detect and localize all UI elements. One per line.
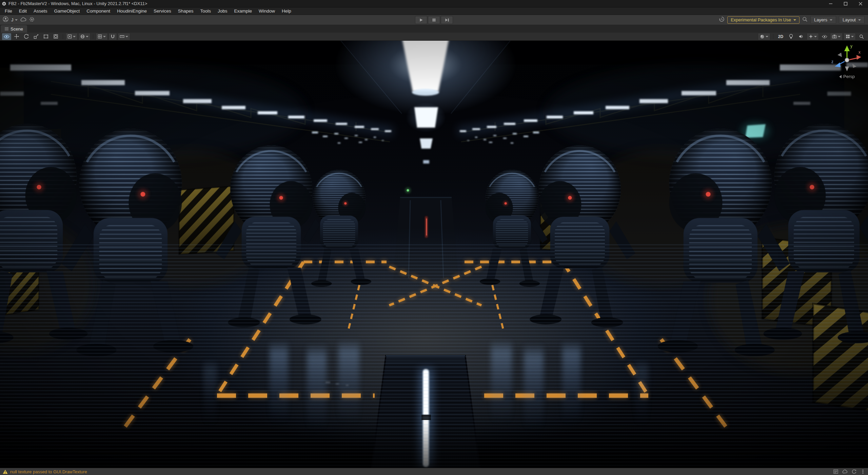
search-icon[interactable]	[802, 17, 808, 23]
move-tool-button[interactable]	[12, 33, 21, 40]
pane-menu-icon	[5, 27, 8, 31]
menu-dots-icon[interactable]	[861, 469, 865, 474]
chevron-down-icon	[15, 19, 18, 21]
rect-tool-button[interactable]	[41, 33, 51, 40]
increment-snap-dropdown[interactable]	[118, 33, 130, 40]
gizmos-grid-icon	[846, 34, 850, 39]
scene-visibility-toggle[interactable]	[820, 33, 829, 40]
handle-rotation-dropdown[interactable]	[78, 33, 91, 40]
lightbulb-icon	[789, 34, 793, 39]
close-button[interactable]	[853, 0, 868, 7]
layout-dropdown[interactable]: Layout	[839, 16, 865, 24]
menu-component[interactable]: Component	[83, 7, 114, 15]
axis-z-cone[interactable]	[835, 62, 841, 67]
scene-viewport[interactable]	[0, 41, 868, 468]
tab-strip: Scene	[0, 25, 868, 33]
menu-houdiniengine[interactable]: HoudiniEngine	[114, 7, 150, 15]
status-bar[interactable]: null texture passed to GUI.DrawTexture	[0, 468, 868, 475]
warning-icon	[3, 470, 8, 474]
scene-tab-label: Scene	[11, 26, 23, 32]
view-tool-button[interactable]	[2, 33, 11, 40]
account-icon[interactable]	[3, 16, 8, 23]
menu-help[interactable]: Help	[278, 7, 295, 15]
scene-view-toolbar: 2D	[0, 33, 868, 41]
divider	[93, 34, 93, 39]
avatar-dropdown[interactable]: J	[11, 17, 18, 22]
cloud-icon[interactable]	[20, 17, 26, 23]
gizmo-center-cube[interactable]	[845, 58, 849, 62]
refresh-icon[interactable]	[852, 469, 856, 474]
experimental-packages-badge[interactable]: Experimental Packages In Use	[727, 16, 800, 24]
minimize-button[interactable]	[823, 0, 838, 7]
menu-example[interactable]: Example	[231, 7, 256, 15]
lighting-toggle[interactable]	[786, 33, 795, 40]
camera-icon	[832, 35, 837, 38]
chevron-down-icon	[766, 36, 768, 37]
cloud-icon[interactable]	[842, 470, 848, 474]
grid-snap-dropdown[interactable]	[96, 33, 108, 40]
menu-gameobject[interactable]: GameObject	[51, 7, 83, 15]
chevron-down-icon	[86, 36, 88, 37]
chevron-down-icon	[73, 36, 76, 37]
services-icon[interactable]	[29, 17, 35, 23]
unity-logo-icon	[2, 1, 6, 6]
chevron-down-icon	[103, 36, 106, 37]
play-button[interactable]	[415, 16, 427, 24]
layers-label: Layers	[814, 17, 827, 22]
handle-position-dropdown[interactable]	[65, 33, 78, 40]
scene-search-button[interactable]	[857, 33, 866, 40]
grid-icon	[98, 34, 102, 39]
transform-icon	[53, 34, 58, 39]
transform-tool-button[interactable]	[51, 33, 60, 40]
axis-y-label: y	[850, 44, 852, 49]
maximize-button[interactable]	[838, 0, 853, 7]
window-title: FB2 - Fb2MasterV2 - Windows, Mac, Linux …	[8, 1, 147, 6]
move-icon	[14, 34, 19, 39]
projection-label: Persp	[843, 74, 855, 79]
2d-label: 2D	[777, 34, 785, 39]
eye-icon	[4, 35, 9, 39]
divider	[773, 34, 773, 39]
layers-dropdown[interactable]: Layers	[810, 16, 836, 24]
audio-toggle[interactable]	[796, 33, 806, 40]
menu-tools[interactable]: Tools	[197, 7, 215, 15]
menu-file[interactable]: File	[1, 7, 16, 15]
magnet-icon	[111, 34, 115, 39]
search-icon	[859, 34, 864, 39]
pause-button[interactable]	[428, 16, 440, 24]
axis-neg-z-cone[interactable]	[852, 64, 856, 68]
2d-toggle[interactable]: 2D	[776, 33, 785, 40]
menu-window[interactable]: Window	[255, 7, 278, 15]
menu-edit[interactable]: Edit	[16, 7, 30, 15]
effects-dropdown[interactable]	[807, 33, 819, 40]
chevron-down-icon	[851, 36, 854, 37]
rotate-tool-button[interactable]	[22, 33, 31, 40]
menu-services[interactable]: Services	[150, 7, 175, 15]
shading-mode-dropdown[interactable]	[758, 33, 770, 40]
pivot-icon	[67, 34, 72, 39]
rotate-icon	[24, 34, 29, 39]
step-button[interactable]	[441, 16, 453, 24]
scene-viewport-panel: y x z Persp	[0, 41, 868, 468]
scale-tool-button[interactable]	[32, 33, 41, 40]
speaker-icon	[799, 34, 804, 39]
camera-settings-dropdown[interactable]	[830, 33, 843, 40]
axis-neg-y-cone[interactable]	[845, 66, 849, 71]
console-icon[interactable]	[833, 469, 838, 474]
scene-orientation-gizmo: y x z Persp	[831, 42, 863, 79]
axis-x-cone[interactable]	[856, 55, 861, 60]
console-status-message[interactable]: null texture passed to GUI.DrawTexture	[10, 469, 87, 474]
toolbar-right-group: Experimental Packages In Use Layers Layo…	[719, 15, 865, 25]
avatar-initial: J	[11, 17, 14, 22]
axis-y-cone[interactable]	[844, 45, 850, 51]
gizmos-dropdown[interactable]	[844, 33, 856, 40]
projection-toggle[interactable]: Persp	[831, 74, 863, 79]
unity-editor-window: FB2 - Fb2MasterV2 - Windows, Mac, Linux …	[0, 0, 868, 475]
snap-toggle[interactable]	[108, 33, 117, 40]
axis-neg-x-cone[interactable]	[837, 53, 842, 57]
menu-jobs[interactable]: Jobs	[214, 7, 231, 15]
menu-shapes[interactable]: Shapes	[175, 7, 197, 15]
tab-scene[interactable]: Scene	[1, 25, 27, 33]
menu-assets[interactable]: Assets	[30, 7, 51, 15]
undo-history-icon[interactable]	[719, 16, 725, 23]
